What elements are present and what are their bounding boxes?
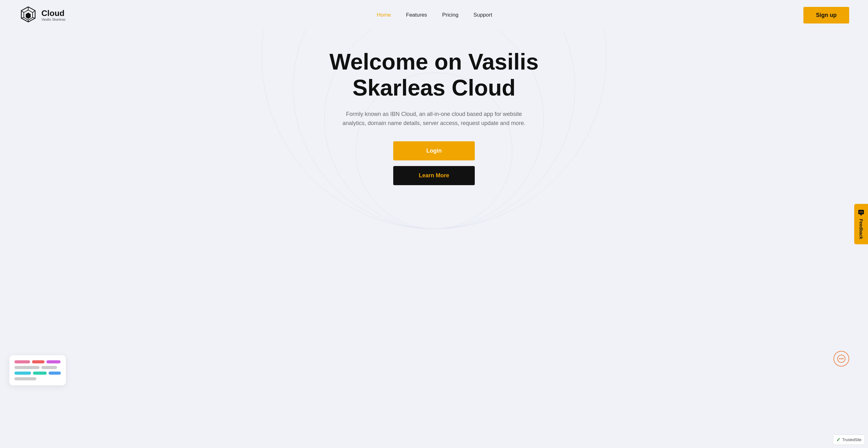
logo-area[interactable]: Cloud Vasilis Skarleas: [19, 6, 66, 25]
svg-point-16: [862, 211, 863, 212]
nav-link-home[interactable]: Home: [377, 12, 391, 18]
chat-icon-area[interactable]: [834, 351, 849, 367]
nav-item-features[interactable]: Features: [406, 12, 427, 18]
feedback-icon: [857, 209, 865, 216]
svg-point-11: [841, 358, 842, 359]
hero-subtitle: Formly known as IBN Cloud, an all-in-one…: [337, 110, 531, 128]
bar-teal-1: [33, 372, 47, 375]
bar-gray-3: [14, 377, 36, 380]
svg-marker-17: [860, 214, 862, 216]
feedback-tab[interactable]: Feedback: [854, 204, 868, 244]
bar-row-4: [14, 377, 61, 380]
hero-buttons: Login Learn More: [393, 141, 475, 185]
logo-text: Cloud Vasilis Skarleas: [41, 9, 66, 22]
bar-gray-1: [14, 366, 39, 369]
bar-cyan-1: [14, 372, 31, 375]
learn-more-button[interactable]: Learn More: [393, 166, 475, 185]
chat-bubble-icon[interactable]: [834, 351, 849, 367]
logo-subtitle-text: Vasilis Skarleas: [41, 18, 66, 21]
svg-point-14: [860, 211, 861, 212]
logo-cloud-text: Cloud: [41, 9, 66, 18]
nav-links: Home Features Pricing Support: [377, 12, 492, 18]
trusted-site-badge[interactable]: ✓ TrustedSite: [833, 435, 865, 445]
bar-purple-1: [46, 360, 61, 364]
bar-row-2: [14, 366, 61, 369]
nav-link-features[interactable]: Features: [406, 12, 427, 18]
login-button[interactable]: Login: [393, 141, 475, 161]
nav-link-pricing[interactable]: Pricing: [442, 12, 459, 18]
card-bars: [14, 360, 61, 380]
logo-icon: [19, 6, 38, 25]
nav-link-support[interactable]: Support: [473, 12, 492, 18]
hero-title: Welcome on Vasilis Skarleas Cloud: [316, 49, 552, 101]
chat-dots-icon: [837, 354, 846, 363]
bar-row-1: [14, 360, 61, 364]
svg-point-15: [861, 211, 862, 212]
nav-item-support[interactable]: Support: [473, 12, 492, 18]
navbar: Cloud Vasilis Skarleas Home Features Pri…: [0, 0, 868, 30]
svg-marker-2: [26, 12, 31, 19]
bar-blue-1: [49, 372, 61, 375]
nav-item-home[interactable]: Home: [377, 12, 391, 18]
bar-gray-2: [41, 366, 57, 369]
trusted-check-icon: ✓: [836, 437, 840, 443]
hero-section: Welcome on Vasilis Skarleas Cloud Formly…: [0, 30, 868, 198]
svg-point-12: [842, 358, 843, 359]
signup-button[interactable]: Sign up: [803, 7, 849, 24]
feedback-label: Feedback: [859, 219, 864, 239]
left-card-decoration: [9, 355, 66, 385]
nav-item-pricing[interactable]: Pricing: [442, 12, 459, 18]
svg-point-10: [839, 358, 840, 359]
bar-red-1: [32, 360, 44, 364]
bar-pink-1: [14, 360, 30, 364]
trusted-site-label: TrustedSite: [842, 438, 861, 442]
bar-row-3: [14, 372, 61, 375]
